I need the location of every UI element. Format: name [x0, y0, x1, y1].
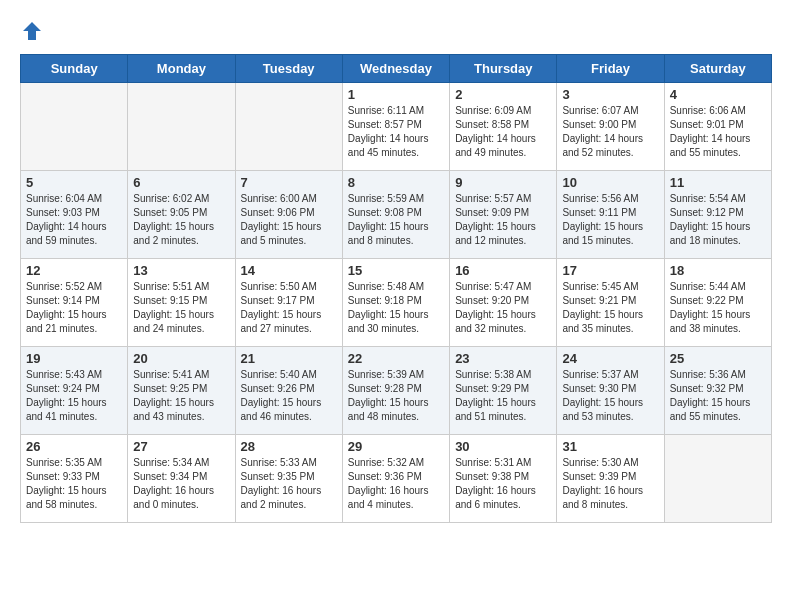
day-number: 19: [26, 351, 122, 366]
day-info: Sunrise: 6:06 AMSunset: 9:01 PMDaylight:…: [670, 104, 766, 160]
calendar-cell: 9Sunrise: 5:57 AMSunset: 9:09 PMDaylight…: [450, 171, 557, 259]
calendar-week-row: 12Sunrise: 5:52 AMSunset: 9:14 PMDayligh…: [21, 259, 772, 347]
calendar-cell: 8Sunrise: 5:59 AMSunset: 9:08 PMDaylight…: [342, 171, 449, 259]
day-of-week-header: Friday: [557, 55, 664, 83]
calendar-cell: 19Sunrise: 5:43 AMSunset: 9:24 PMDayligh…: [21, 347, 128, 435]
day-number: 31: [562, 439, 658, 454]
day-info: Sunrise: 5:50 AMSunset: 9:17 PMDaylight:…: [241, 280, 337, 336]
day-number: 16: [455, 263, 551, 278]
day-number: 1: [348, 87, 444, 102]
calendar-cell: 29Sunrise: 5:32 AMSunset: 9:36 PMDayligh…: [342, 435, 449, 523]
day-info: Sunrise: 5:32 AMSunset: 9:36 PMDaylight:…: [348, 456, 444, 512]
calendar-cell: 30Sunrise: 5:31 AMSunset: 9:38 PMDayligh…: [450, 435, 557, 523]
day-info: Sunrise: 5:43 AMSunset: 9:24 PMDaylight:…: [26, 368, 122, 424]
day-info: Sunrise: 5:57 AMSunset: 9:09 PMDaylight:…: [455, 192, 551, 248]
day-info: Sunrise: 5:52 AMSunset: 9:14 PMDaylight:…: [26, 280, 122, 336]
calendar-cell: 5Sunrise: 6:04 AMSunset: 9:03 PMDaylight…: [21, 171, 128, 259]
day-info: Sunrise: 5:30 AMSunset: 9:39 PMDaylight:…: [562, 456, 658, 512]
day-info: Sunrise: 6:00 AMSunset: 9:06 PMDaylight:…: [241, 192, 337, 248]
day-info: Sunrise: 5:47 AMSunset: 9:20 PMDaylight:…: [455, 280, 551, 336]
day-number: 6: [133, 175, 229, 190]
calendar-cell: 27Sunrise: 5:34 AMSunset: 9:34 PMDayligh…: [128, 435, 235, 523]
day-info: Sunrise: 5:35 AMSunset: 9:33 PMDaylight:…: [26, 456, 122, 512]
calendar-cell: 16Sunrise: 5:47 AMSunset: 9:20 PMDayligh…: [450, 259, 557, 347]
day-info: Sunrise: 5:34 AMSunset: 9:34 PMDaylight:…: [133, 456, 229, 512]
calendar-cell: 12Sunrise: 5:52 AMSunset: 9:14 PMDayligh…: [21, 259, 128, 347]
day-info: Sunrise: 5:31 AMSunset: 9:38 PMDaylight:…: [455, 456, 551, 512]
calendar-cell: 17Sunrise: 5:45 AMSunset: 9:21 PMDayligh…: [557, 259, 664, 347]
calendar-week-row: 19Sunrise: 5:43 AMSunset: 9:24 PMDayligh…: [21, 347, 772, 435]
day-of-week-header: Monday: [128, 55, 235, 83]
day-number: 29: [348, 439, 444, 454]
day-info: Sunrise: 5:37 AMSunset: 9:30 PMDaylight:…: [562, 368, 658, 424]
calendar-cell: 1Sunrise: 6:11 AMSunset: 8:57 PMDaylight…: [342, 83, 449, 171]
calendar-cell: 20Sunrise: 5:41 AMSunset: 9:25 PMDayligh…: [128, 347, 235, 435]
calendar-cell: 13Sunrise: 5:51 AMSunset: 9:15 PMDayligh…: [128, 259, 235, 347]
calendar-cell: 23Sunrise: 5:38 AMSunset: 9:29 PMDayligh…: [450, 347, 557, 435]
day-number: 9: [455, 175, 551, 190]
day-info: Sunrise: 5:36 AMSunset: 9:32 PMDaylight:…: [670, 368, 766, 424]
calendar-table: SundayMondayTuesdayWednesdayThursdayFrid…: [20, 54, 772, 523]
calendar-cell: 18Sunrise: 5:44 AMSunset: 9:22 PMDayligh…: [664, 259, 771, 347]
calendar-cell: 4Sunrise: 6:06 AMSunset: 9:01 PMDaylight…: [664, 83, 771, 171]
calendar-cell: 22Sunrise: 5:39 AMSunset: 9:28 PMDayligh…: [342, 347, 449, 435]
day-number: 21: [241, 351, 337, 366]
day-of-week-header: Wednesday: [342, 55, 449, 83]
day-info: Sunrise: 5:38 AMSunset: 9:29 PMDaylight:…: [455, 368, 551, 424]
day-number: 24: [562, 351, 658, 366]
calendar-cell: 7Sunrise: 6:00 AMSunset: 9:06 PMDaylight…: [235, 171, 342, 259]
calendar-cell: 31Sunrise: 5:30 AMSunset: 9:39 PMDayligh…: [557, 435, 664, 523]
calendar-cell: 25Sunrise: 5:36 AMSunset: 9:32 PMDayligh…: [664, 347, 771, 435]
calendar-header-row: SundayMondayTuesdayWednesdayThursdayFrid…: [21, 55, 772, 83]
day-number: 25: [670, 351, 766, 366]
day-number: 30: [455, 439, 551, 454]
day-number: 3: [562, 87, 658, 102]
day-info: Sunrise: 5:33 AMSunset: 9:35 PMDaylight:…: [241, 456, 337, 512]
day-number: 14: [241, 263, 337, 278]
day-number: 12: [26, 263, 122, 278]
logo: [20, 20, 44, 38]
calendar-cell: 14Sunrise: 5:50 AMSunset: 9:17 PMDayligh…: [235, 259, 342, 347]
calendar-cell: 26Sunrise: 5:35 AMSunset: 9:33 PMDayligh…: [21, 435, 128, 523]
calendar-cell: 15Sunrise: 5:48 AMSunset: 9:18 PMDayligh…: [342, 259, 449, 347]
calendar-cell: 24Sunrise: 5:37 AMSunset: 9:30 PMDayligh…: [557, 347, 664, 435]
day-number: 18: [670, 263, 766, 278]
day-info: Sunrise: 6:11 AMSunset: 8:57 PMDaylight:…: [348, 104, 444, 160]
day-number: 2: [455, 87, 551, 102]
calendar-cell: 28Sunrise: 5:33 AMSunset: 9:35 PMDayligh…: [235, 435, 342, 523]
day-number: 4: [670, 87, 766, 102]
day-info: Sunrise: 5:41 AMSunset: 9:25 PMDaylight:…: [133, 368, 229, 424]
day-info: Sunrise: 5:54 AMSunset: 9:12 PMDaylight:…: [670, 192, 766, 248]
day-info: Sunrise: 5:45 AMSunset: 9:21 PMDaylight:…: [562, 280, 658, 336]
calendar-cell: [128, 83, 235, 171]
calendar-cell: [235, 83, 342, 171]
day-info: Sunrise: 6:04 AMSunset: 9:03 PMDaylight:…: [26, 192, 122, 248]
day-number: 8: [348, 175, 444, 190]
calendar-week-row: 5Sunrise: 6:04 AMSunset: 9:03 PMDaylight…: [21, 171, 772, 259]
calendar-cell: 21Sunrise: 5:40 AMSunset: 9:26 PMDayligh…: [235, 347, 342, 435]
day-of-week-header: Tuesday: [235, 55, 342, 83]
day-number: 13: [133, 263, 229, 278]
day-number: 15: [348, 263, 444, 278]
calendar-cell: 11Sunrise: 5:54 AMSunset: 9:12 PMDayligh…: [664, 171, 771, 259]
day-number: 26: [26, 439, 122, 454]
day-number: 7: [241, 175, 337, 190]
day-number: 20: [133, 351, 229, 366]
page-header: [20, 20, 772, 38]
day-info: Sunrise: 6:07 AMSunset: 9:00 PMDaylight:…: [562, 104, 658, 160]
day-number: 5: [26, 175, 122, 190]
day-info: Sunrise: 5:39 AMSunset: 9:28 PMDaylight:…: [348, 368, 444, 424]
day-of-week-header: Sunday: [21, 55, 128, 83]
day-info: Sunrise: 5:44 AMSunset: 9:22 PMDaylight:…: [670, 280, 766, 336]
day-info: Sunrise: 5:40 AMSunset: 9:26 PMDaylight:…: [241, 368, 337, 424]
day-number: 27: [133, 439, 229, 454]
day-number: 22: [348, 351, 444, 366]
calendar-cell: [21, 83, 128, 171]
day-number: 11: [670, 175, 766, 190]
day-number: 17: [562, 263, 658, 278]
day-of-week-header: Thursday: [450, 55, 557, 83]
day-info: Sunrise: 5:56 AMSunset: 9:11 PMDaylight:…: [562, 192, 658, 248]
calendar-cell: 3Sunrise: 6:07 AMSunset: 9:00 PMDaylight…: [557, 83, 664, 171]
logo-icon: [21, 20, 43, 42]
calendar-cell: [664, 435, 771, 523]
